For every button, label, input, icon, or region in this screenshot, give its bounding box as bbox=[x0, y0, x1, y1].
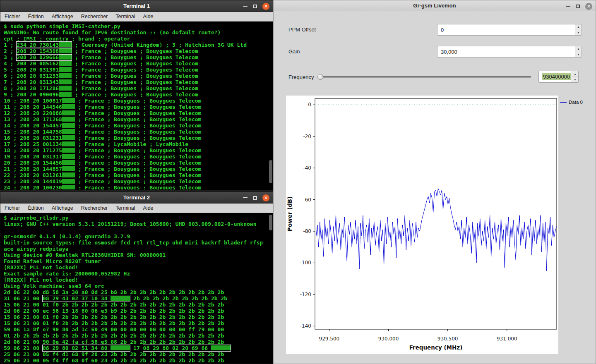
terminal-text: ; France ; Bouygues ; Bouygues Telecom bbox=[75, 129, 201, 135]
scrollbar-thumb[interactable] bbox=[269, 160, 272, 183]
terminal-text: ; France ; Bouygues ; Bouygues Telecom bbox=[75, 178, 201, 184]
terminal-line: 59 06 21 00 08 29 80 02 51 34 80 17 08 2… bbox=[4, 345, 272, 351]
redaction-block bbox=[62, 166, 75, 171]
terminal-text: ; Guernsey (United Kingdom) ; 3 ; Hutchi… bbox=[72, 42, 247, 48]
spin-down-button[interactable]: ▼ bbox=[572, 77, 578, 82]
terminal-text: 08 29 80 02 51 34 80 bbox=[43, 345, 111, 351]
terminal-text: 2d 06 22 00 ec 58 13 18 80 06 e3 b9 2b 2… bbox=[4, 308, 224, 314]
spin-up-button[interactable]: ▲ bbox=[575, 46, 582, 52]
redaction-block bbox=[62, 179, 75, 184]
spectrum-plot[interactable]: 929.500930.000930.500931.0000-20-40-60-8… bbox=[286, 96, 558, 354]
terminal-line: $ sudo python simple_IMSI-catcher.py bbox=[4, 23, 272, 29]
menu-item-aide[interactable]: Aide bbox=[143, 205, 154, 211]
terminal-text: 18 ; 208 20 171275 bbox=[4, 147, 62, 153]
redaction-block bbox=[59, 61, 72, 66]
menu-item-terminal[interactable]: Terminal bbox=[115, 205, 135, 211]
menu-item-fichier[interactable]: Fichier bbox=[5, 14, 20, 19]
redaction-block bbox=[62, 148, 75, 153]
y-axis-title: Power (dB) bbox=[286, 196, 293, 231]
spin-down-button[interactable]: ▼ bbox=[575, 52, 582, 57]
frequency-slider-track[interactable] bbox=[320, 76, 531, 78]
scrollbar-thumb[interactable] bbox=[269, 215, 272, 230]
redaction-block bbox=[59, 55, 72, 60]
terminal-output[interactable]: $ sudo python simple_IMSI-catcher.pyWARN… bbox=[1, 22, 272, 189]
close-button[interactable]: ✕ bbox=[262, 3, 269, 10]
y-axis-tick-label: -120 bbox=[300, 292, 311, 297]
redaction-block bbox=[111, 345, 130, 350]
terminal-text: 24 ; 208 20 100230 bbox=[4, 184, 62, 189]
gain-value[interactable]: 30,000 bbox=[441, 46, 457, 57]
terminal-text: 19 ; 208 20 031317 bbox=[4, 153, 62, 160]
titlebar[interactable]: Gr-gsm Livemon ✕ bbox=[274, 0, 596, 11]
terminal-text: 234 20 730143 bbox=[17, 42, 59, 48]
menu-item-fichier[interactable]: Fichier bbox=[5, 205, 20, 211]
terminal-text: 59 06 21 00 bbox=[4, 345, 43, 351]
terminal-line: cpt ; IMSI ; country ; brand ; operator bbox=[4, 36, 272, 42]
maximize-button[interactable] bbox=[576, 5, 580, 8]
minimize-button[interactable] bbox=[243, 197, 248, 198]
menu-item-rechercher[interactable]: Rechercher bbox=[81, 205, 108, 211]
spin-up-button[interactable]: ▲ bbox=[575, 24, 582, 30]
terminal-text: 208 20 029666 bbox=[17, 54, 59, 60]
terminal-line: Using device #0 Realtek RTL2838UHIDIR SN… bbox=[4, 252, 272, 258]
menu-item-terminal[interactable]: Terminal bbox=[115, 14, 135, 19]
close-button[interactable]: ✕ bbox=[262, 194, 269, 201]
plot-canvas[interactable] bbox=[315, 98, 557, 329]
minimize-button[interactable] bbox=[243, 6, 248, 7]
redaction-block bbox=[62, 160, 75, 165]
menu-item-affichage[interactable]: Affichage bbox=[52, 205, 73, 211]
redaction-block bbox=[62, 110, 75, 115]
highlight-box: 234 20 730143 bbox=[17, 42, 72, 48]
livemon-window: Gr-gsm Livemon ✕ PPM Offset 0 ▲ ▼ Gain 3… bbox=[273, 0, 596, 364]
terminal-line: 23 ; 208 20 144819 ; France ; Bouygues ;… bbox=[4, 178, 272, 184]
frequency-slider-handle[interactable] bbox=[317, 74, 323, 80]
terminal-line: 2d 06 21 00 90 0e 42 fa cf 58 e5 08 2b 2… bbox=[4, 339, 272, 345]
terminal-text: ; France ; Bouygues ; Bouygues Telecom bbox=[75, 110, 201, 116]
ppm-offset-spinbox[interactable]: 0 ▲ ▼ bbox=[437, 24, 582, 36]
maximize-button[interactable] bbox=[253, 5, 257, 8]
terminal-text: Found Rafael Micro R820T tuner bbox=[4, 258, 101, 264]
terminal-text: ; France ; Bouygues ; Bouygues Telecom bbox=[75, 104, 201, 110]
maximize-button[interactable] bbox=[253, 196, 257, 200]
spin-down-button[interactable]: ▼ bbox=[575, 30, 582, 36]
y-axis-tick-label: -40 bbox=[303, 165, 311, 171]
spin-up-button[interactable]: ▲ bbox=[572, 71, 578, 77]
menu-item-rechercher[interactable]: Rechercher bbox=[81, 14, 108, 19]
terminal-line: 01 2b 2b 2b 2b 2b 2b 2b 2b 2b 2b 2b 2b 2… bbox=[4, 333, 272, 339]
terminal-text: ; France ; Bouygues ; Bouygues Telecom bbox=[75, 166, 201, 172]
terminal-text: Exact sample rate is: 2000000,052982 Hz bbox=[4, 271, 130, 277]
y-axis-tick-label: -100 bbox=[300, 260, 311, 266]
terminal-line: linux; GNU C++ version 5.3.1 20151219; B… bbox=[4, 221, 272, 227]
menu-item-aide[interactable]: Aide bbox=[143, 14, 154, 19]
minimize-button[interactable] bbox=[566, 6, 570, 7]
ppm-offset-value[interactable]: 0 bbox=[441, 24, 444, 35]
terminal-text: ; France ; Bouygues ; Bouygues Telecom bbox=[75, 153, 201, 160]
terminal-line: 18 ; 208 20 171275 ; France ; Bouygues ;… bbox=[4, 147, 272, 153]
menu-item-edition[interactable]: Édition bbox=[28, 205, 44, 211]
titlebar[interactable]: Terminal 2 ✕ bbox=[0, 192, 273, 204]
terminal-text: [R82XX] PLL not locked! bbox=[4, 277, 78, 283]
terminal-line: 2 ; 208 20 154308 ; France ; Bouygues ; … bbox=[4, 48, 272, 54]
plot-legend: Data 0 bbox=[560, 100, 583, 105]
frequency-value[interactable]: 930400000 bbox=[542, 73, 571, 80]
terminal-text: 8 ; 208 20 171286 bbox=[4, 85, 59, 91]
close-button[interactable]: ✕ bbox=[585, 3, 592, 10]
terminal-text: ; France ; Bouygues ; Bouygues Telecom bbox=[75, 122, 201, 129]
menu-item-affichage[interactable]: Affichage bbox=[52, 14, 73, 19]
highlight-box: 208 20 029666 bbox=[17, 54, 72, 60]
terminal-text: cpt ; IMSI ; country ; brand ; operator bbox=[4, 36, 130, 42]
y-axis-tick-label: -80 bbox=[303, 228, 311, 234]
redaction-block bbox=[111, 296, 130, 301]
frequency-spinbox[interactable]: 930400000 ▲ ▼ bbox=[538, 71, 579, 83]
titlebar[interactable]: Terminal 1 ✕ bbox=[0, 0, 273, 12]
menu-item-edition[interactable]: Édition bbox=[28, 14, 44, 19]
terminal-text: ; France ; Bouygues ; Bouygues Telecom bbox=[72, 73, 198, 79]
gain-spinbox[interactable]: 30,000 ▲ ▼ bbox=[437, 46, 582, 57]
terminal-text: 3 ; bbox=[4, 54, 17, 60]
spectrum-plot-svg[interactable]: 929.500930.000930.500931.0000-20-40-60-8… bbox=[286, 96, 558, 354]
terminal-text: 208 20 154308 bbox=[17, 48, 59, 54]
terminal-text: ; France ; LycaMobile ; LycaMobile bbox=[75, 141, 188, 147]
frequency-label: Frequency bbox=[288, 74, 314, 80]
terminal-output[interactable]: $ airprobe_rtlsdr.pylinux; GNU C++ versi… bbox=[1, 213, 272, 363]
terminal-text: 31 06 21 00 bbox=[4, 295, 43, 302]
